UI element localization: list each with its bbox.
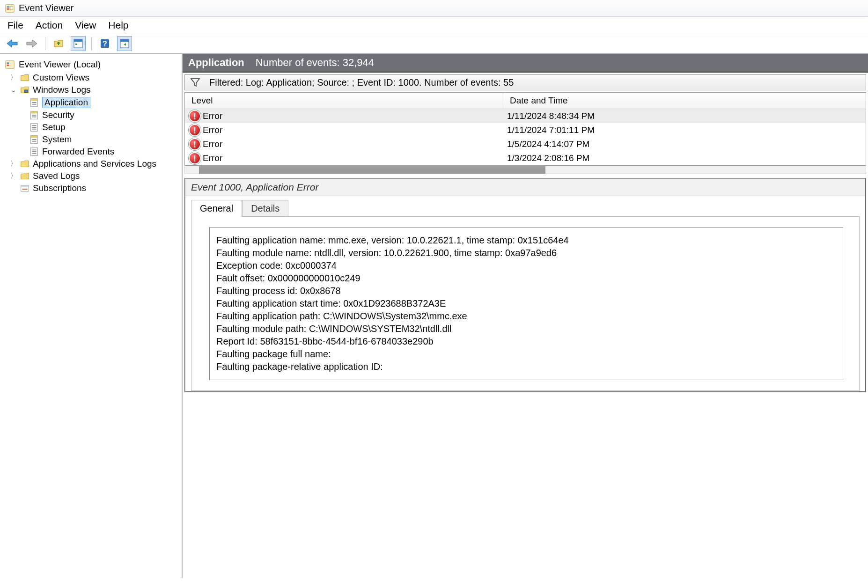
svg-rect-17 bbox=[32, 102, 36, 103]
title-bar: Event Viewer bbox=[0, 0, 868, 17]
menu-help[interactable]: Help bbox=[108, 20, 128, 31]
log-icon bbox=[29, 134, 39, 145]
log-name: Application bbox=[188, 57, 244, 69]
details-title: Event 1000, Application Error bbox=[185, 179, 865, 196]
window-title: Event Viewer bbox=[19, 3, 74, 14]
toolbar-separator bbox=[91, 37, 92, 50]
show-hide-tree-button[interactable] bbox=[51, 36, 66, 51]
tab-body: Faulting application name: mmc.exe, vers… bbox=[191, 216, 860, 391]
toolbar-separator bbox=[45, 37, 45, 50]
menu-file[interactable]: File bbox=[7, 20, 23, 31]
grid-row[interactable]: !Error1/3/2024 2:08:16 PM bbox=[185, 151, 866, 165]
nav-back-button[interactable] bbox=[5, 36, 20, 51]
svg-rect-6 bbox=[75, 44, 77, 45]
grid-header: Level Date and Time bbox=[185, 93, 866, 109]
row-level: Error bbox=[203, 139, 222, 149]
svg-rect-32 bbox=[32, 149, 36, 150]
tab-details[interactable]: Details bbox=[242, 200, 288, 217]
tree-subscriptions[interactable]: Subscriptions bbox=[10, 182, 181, 194]
properties-button[interactable] bbox=[71, 36, 86, 51]
folder-up-icon bbox=[53, 38, 64, 49]
svg-rect-26 bbox=[32, 129, 36, 130]
grid-row[interactable]: !Error1/11/2024 8:48:34 PM bbox=[185, 109, 866, 123]
svg-rect-11 bbox=[6, 61, 14, 69]
error-icon: ! bbox=[189, 138, 201, 150]
menu-action[interactable]: Action bbox=[36, 20, 63, 31]
preview-pane-button[interactable] bbox=[117, 36, 132, 51]
nav-forward-button[interactable] bbox=[24, 36, 39, 51]
svg-rect-29 bbox=[32, 139, 36, 140]
tab-general[interactable]: General bbox=[191, 200, 242, 217]
main-area: Event Viewer (Local) 〉 Custom Views ⌄ Wi… bbox=[0, 53, 868, 578]
help-icon: ? bbox=[99, 38, 110, 49]
svg-rect-30 bbox=[32, 141, 36, 142]
error-icon: ! bbox=[189, 124, 201, 136]
svg-rect-13 bbox=[7, 65, 9, 66]
svg-rect-10 bbox=[120, 39, 129, 42]
svg-rect-18 bbox=[32, 104, 36, 105]
svg-rect-3 bbox=[10, 6, 13, 9]
col-date[interactable]: Date and Time bbox=[503, 93, 866, 109]
tree-root[interactable]: Event Viewer (Local) bbox=[1, 58, 181, 72]
svg-rect-33 bbox=[32, 151, 36, 152]
svg-rect-24 bbox=[32, 125, 36, 126]
svg-rect-28 bbox=[31, 136, 38, 138]
col-level[interactable]: Level bbox=[185, 93, 503, 109]
arrow-right-icon bbox=[26, 39, 38, 48]
svg-rect-14 bbox=[24, 90, 28, 93]
folder-icon bbox=[20, 73, 30, 83]
svg-rect-25 bbox=[32, 127, 36, 128]
error-icon: ! bbox=[189, 152, 201, 164]
svg-rect-2 bbox=[7, 8, 9, 10]
arrow-left-icon bbox=[6, 39, 18, 48]
details-pane: Event 1000, Application Error General De… bbox=[184, 178, 866, 392]
log-icon bbox=[29, 147, 39, 157]
expander-icon[interactable]: ⌄ bbox=[10, 86, 17, 94]
row-date: 1/3/2024 2:08:16 PM bbox=[503, 152, 866, 164]
event-message: Faulting application name: mmc.exe, vers… bbox=[209, 227, 843, 380]
tree-system[interactable]: System bbox=[20, 133, 181, 146]
tree-forwarded[interactable]: Forwarded Events bbox=[20, 146, 181, 158]
tree-windows-logs[interactable]: ⌄ Windows Logs bbox=[10, 84, 181, 96]
content-header: Application Number of events: 32,944 bbox=[183, 54, 868, 73]
menu-bar: File Action View Help bbox=[0, 17, 868, 34]
svg-rect-16 bbox=[31, 99, 38, 101]
event-viewer-icon bbox=[5, 3, 15, 14]
svg-rect-12 bbox=[7, 62, 9, 64]
row-date: 1/5/2024 4:14:07 PM bbox=[503, 138, 866, 150]
tree-security[interactable]: Security bbox=[20, 109, 181, 121]
filter-icon bbox=[190, 77, 201, 88]
error-icon: ! bbox=[189, 110, 201, 122]
help-button[interactable]: ? bbox=[97, 36, 112, 51]
svg-rect-1 bbox=[7, 6, 9, 7]
expander-icon[interactable]: 〉 bbox=[10, 172, 17, 180]
tree-application[interactable]: Application bbox=[20, 96, 181, 109]
tree-setup[interactable]: Setup bbox=[20, 121, 181, 133]
tree-apps-services[interactable]: 〉 Applications and Services Logs bbox=[10, 158, 181, 170]
row-date: 1/11/2024 7:01:11 PM bbox=[503, 124, 866, 136]
tree-root-label: Event Viewer (Local) bbox=[19, 59, 101, 70]
menu-view[interactable]: View bbox=[75, 20, 96, 31]
svg-rect-21 bbox=[32, 115, 36, 116]
tree-pane: Event Viewer (Local) 〉 Custom Views ⌄ Wi… bbox=[0, 54, 183, 578]
svg-rect-36 bbox=[21, 185, 29, 187]
row-date: 1/11/2024 8:48:34 PM bbox=[503, 110, 866, 122]
content-pane: Application Number of events: 32,944 Fil… bbox=[183, 54, 868, 578]
expander-icon[interactable]: 〉 bbox=[10, 160, 17, 168]
expander-icon[interactable]: 〉 bbox=[10, 74, 17, 82]
tree-saved-logs[interactable]: 〉 Saved Logs bbox=[10, 170, 181, 182]
log-icon bbox=[29, 97, 39, 108]
subscription-icon bbox=[20, 183, 30, 193]
row-level: Error bbox=[203, 125, 222, 135]
log-icon bbox=[29, 110, 39, 120]
grid-row[interactable]: !Error1/11/2024 7:01:11 PM bbox=[185, 123, 866, 137]
horizontal-scrollbar[interactable] bbox=[184, 166, 866, 174]
scrollbar-thumb[interactable] bbox=[199, 166, 545, 174]
tree-custom-views[interactable]: 〉 Custom Views bbox=[10, 72, 181, 84]
row-level: Error bbox=[203, 111, 222, 121]
folder-icon bbox=[20, 159, 30, 169]
log-icon bbox=[29, 122, 39, 132]
grid-row[interactable]: !Error1/5/2024 4:14:07 PM bbox=[185, 137, 866, 151]
details-tabs: General Details bbox=[191, 200, 865, 217]
svg-rect-22 bbox=[32, 117, 36, 118]
